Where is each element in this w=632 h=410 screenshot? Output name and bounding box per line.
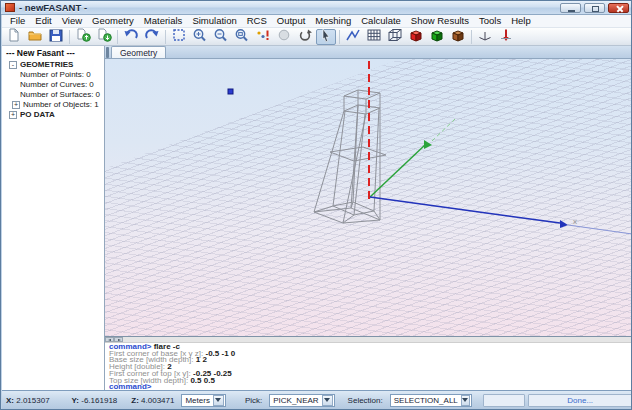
zoom-window-icon — [234, 28, 250, 46]
axes-triad: x — [369, 61, 632, 234]
menu-simulation[interactable]: Simulation — [187, 15, 241, 27]
menu-help[interactable]: Help — [506, 15, 536, 27]
title-bar: - newFASANT - — [1, 1, 632, 15]
coord-y: Y: -6.161918 — [68, 396, 122, 405]
chevron-down-icon[interactable] — [322, 395, 333, 406]
zoom-window-button[interactable] — [232, 29, 252, 45]
tree-node-surfaces[interactable]: Number of Surfaces: 0 — [20, 89, 104, 99]
menu-show-results[interactable]: Show Results — [406, 15, 474, 27]
scroll-left-icon[interactable] — [105, 337, 114, 342]
zoom-in-button[interactable] — [190, 29, 210, 45]
axes-icon — [477, 28, 493, 46]
redo-button[interactable] — [142, 29, 162, 45]
view-cube-green-button[interactable] — [427, 29, 447, 45]
status-bar: X: 2.015307 Y: -6.161918 Z: 4.003471 Met… — [2, 390, 632, 409]
tree-node-po-data[interactable]: + PO DATA — [9, 109, 104, 119]
splitter-grip[interactable] — [106, 47, 109, 58]
polyline-button[interactable] — [343, 29, 363, 45]
tree-root-label[interactable]: --- New Fasant --- — [4, 47, 104, 59]
main-area: Geometry — [105, 46, 632, 390]
menu-materials[interactable]: Materials — [139, 15, 188, 27]
undo-button[interactable] — [121, 29, 141, 45]
maximize-button[interactable] — [584, 3, 605, 13]
collapse-icon[interactable]: - — [9, 61, 17, 69]
select-cursor-icon — [318, 28, 334, 46]
viewport-3d[interactable]: x — [105, 59, 632, 336]
menu-edit[interactable]: Edit — [30, 15, 56, 27]
menu-view[interactable]: View — [57, 15, 87, 27]
menu-geometry[interactable]: Geometry — [87, 15, 139, 27]
save-button[interactable] — [46, 29, 66, 45]
zoom-in-icon — [192, 28, 208, 46]
tab-strip: Geometry — [105, 46, 632, 59]
app-window: - newFASANT - File Edit View Geometry Ma… — [0, 0, 632, 410]
close-button[interactable] — [608, 3, 629, 13]
scene-svg: x — [105, 59, 632, 336]
expand-icon[interactable]: + — [12, 101, 20, 109]
project-tree: --- New Fasant --- - GEOMETRIES Number o… — [2, 46, 105, 390]
selection-select[interactable]: SELECTION_ALL — [390, 394, 472, 407]
new-file-button[interactable] — [4, 29, 24, 45]
menu-meshing[interactable]: Meshing — [310, 15, 356, 27]
import-button[interactable] — [73, 29, 93, 45]
app-logo-icon — [5, 3, 15, 12]
zoom-out-button[interactable] — [211, 29, 231, 45]
console-line: Base size [width depth]: 1 2 — [109, 357, 632, 364]
coord-z: Z: 4.003471 — [127, 396, 178, 405]
open-file-button[interactable] — [25, 29, 45, 45]
main-toolbar — [2, 28, 632, 46]
chevron-down-icon[interactable] — [213, 395, 224, 406]
view-cube-brown-button[interactable] — [448, 29, 468, 45]
disabled-circle-icon — [276, 28, 292, 46]
tab-geometry[interactable]: Geometry — [111, 46, 166, 58]
mesh-grid-icon — [366, 28, 382, 46]
menu-output[interactable]: Output — [272, 15, 311, 27]
zoom-extents-icon — [171, 28, 187, 46]
axis-y-arrow — [424, 140, 432, 149]
command-console[interactable]: command> flare -c First corner of base [… — [105, 336, 632, 390]
axis-x-line — [370, 197, 560, 223]
chevron-down-icon[interactable] — [461, 395, 470, 406]
orbit-button[interactable] — [295, 29, 315, 45]
wire-box-button[interactable] — [385, 29, 405, 45]
import-model-icon — [75, 28, 91, 46]
select-cursor-button[interactable] — [316, 29, 336, 45]
tree-node-geometries[interactable]: - GEOMETRIES — [9, 59, 104, 69]
tree-node-points[interactable]: Number of Points: 0 — [20, 69, 104, 79]
pick-select[interactable]: PICK_NEAR — [269, 394, 334, 407]
axis-z-icon — [498, 28, 514, 46]
units-select[interactable]: Meters — [181, 394, 225, 407]
wire-box-icon — [387, 28, 403, 46]
progress-text: Done... — [567, 396, 593, 405]
flare-wireframe[interactable] — [314, 90, 386, 223]
view-cube-brown-icon — [450, 28, 466, 46]
undo-icon — [123, 28, 139, 46]
minimize-button[interactable] — [560, 3, 581, 13]
disabled-tool-button[interactable] — [274, 29, 294, 45]
expand-icon[interactable]: + — [9, 111, 17, 119]
menu-rcs[interactable]: RCS — [242, 15, 272, 27]
console-line: Top size [width depth]: 0.5 0.5 — [109, 378, 632, 385]
tree-node-objects[interactable]: + Number of Objects: 1 — [12, 99, 104, 109]
status-inset — [483, 394, 526, 407]
menu-bar: File Edit View Geometry Materials Simula… — [2, 15, 632, 28]
scroll-right-icon[interactable] — [114, 337, 123, 342]
redo-icon — [144, 28, 160, 46]
axis-x-label: x — [573, 217, 577, 226]
new-file-icon — [6, 28, 22, 46]
zoom-extents-button[interactable] — [169, 29, 189, 45]
export-button[interactable] — [94, 29, 114, 45]
mesh-grid-button[interactable] — [364, 29, 384, 45]
menu-tools[interactable]: Tools — [474, 15, 506, 27]
axes-view-button[interactable] — [475, 29, 495, 45]
open-folder-icon — [27, 28, 43, 46]
view-cube-red-icon — [408, 28, 424, 46]
menu-calculate[interactable]: Calculate — [356, 15, 406, 27]
menu-file[interactable]: File — [5, 15, 30, 27]
tree-node-curves[interactable]: Number of Curves: 0 — [20, 79, 104, 89]
view-cube-red-button[interactable] — [406, 29, 426, 45]
axis-z-button[interactable] — [496, 29, 516, 45]
polyline-icon — [345, 28, 361, 46]
pick-points-button[interactable] — [253, 29, 273, 45]
point-marker[interactable] — [228, 89, 233, 94]
